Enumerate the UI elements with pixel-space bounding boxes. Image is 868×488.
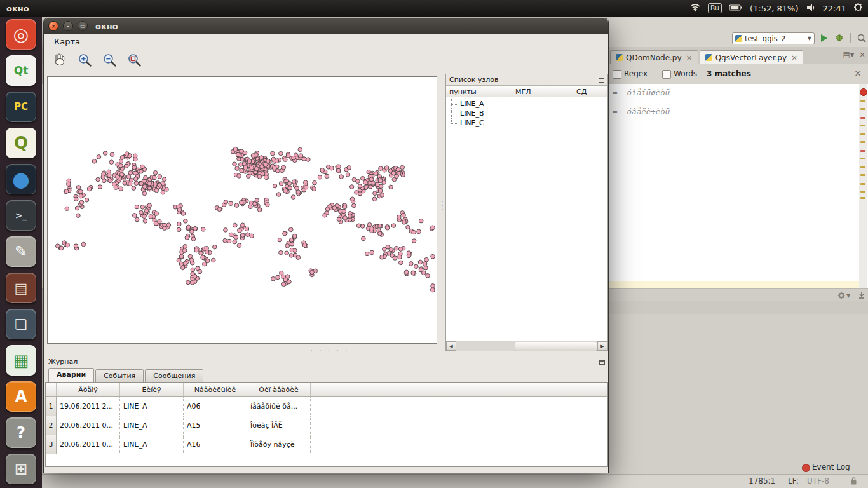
float-icon[interactable] — [599, 78, 604, 83]
run-button[interactable] — [821, 34, 827, 42]
nodes-column-header-1[interactable]: пункты — [446, 86, 512, 98]
regex-label[interactable]: Regex — [624, 69, 648, 78]
run-configuration-select[interactable]: test_qgis_2 ▼ — [732, 32, 815, 44]
launcher-item-pycharm[interactable]: PC — [6, 92, 36, 122]
close-button[interactable]: × — [48, 21, 58, 31]
launcher-item-blue-app[interactable]: ● — [6, 164, 36, 194]
editor-tab-2[interactable]: QgsVectorLayer.py× — [700, 50, 804, 64]
lint-mark[interactable] — [860, 150, 865, 152]
launcher-item-file-cabinet[interactable]: ▤ — [6, 273, 36, 303]
tabbar-close-icon[interactable]: × — [859, 50, 865, 59]
log-row[interactable]: 220.06.2011 0...LINE_AA15Îòêàç ÌÃË — [46, 416, 607, 435]
lint-mark[interactable] — [860, 117, 865, 119]
lint-mark[interactable] — [860, 133, 865, 135]
log-column-header-4[interactable]: Òèï àâàðèè — [247, 383, 311, 396]
map-canvas[interactable] — [47, 76, 437, 344]
launcher-item-libreoffice[interactable]: A — [6, 381, 36, 412]
lint-mark[interactable] — [860, 183, 865, 185]
nodes-column-header-2[interactable]: МГЛ — [512, 86, 573, 98]
log-header-corner[interactable] — [46, 383, 57, 396]
battery-status[interactable]: (1:52, 81%) — [750, 4, 799, 13]
launcher-item-text-editor[interactable]: ✎ — [6, 236, 36, 267]
line-separator[interactable]: LF: — [788, 477, 799, 485]
map-point — [147, 181, 152, 186]
launcher-item-terminal[interactable]: >_ — [6, 200, 36, 231]
pan-icon[interactable] — [51, 51, 68, 68]
editor-tab-1[interactable]: QDomNode.py× — [610, 50, 698, 64]
caret-position[interactable]: 1785:1 — [749, 477, 775, 485]
network-icon[interactable] — [689, 3, 701, 14]
log-tab-2[interactable]: События — [95, 369, 144, 382]
zoom-extent-icon[interactable] — [126, 51, 142, 68]
keyboard-indicator[interactable]: Ru — [708, 3, 722, 13]
scroll-left-icon[interactable]: ◀ — [446, 341, 456, 351]
lint-mark[interactable] — [860, 174, 865, 176]
launcher-item-help[interactable]: ? — [6, 417, 36, 448]
window-titlebar[interactable]: × – ▭ окно — [44, 18, 608, 34]
volume-icon[interactable] — [806, 3, 816, 14]
tab-list-icon[interactable]: ▤▾ — [843, 50, 854, 59]
log-row[interactable]: 320.06.2011 0...LINE_AA16Ïîòåðÿ ñâÿçè — [46, 435, 607, 454]
maximize-button[interactable]: ▭ — [78, 21, 88, 31]
map-point — [79, 189, 83, 194]
lint-mark[interactable] — [860, 108, 865, 110]
tree-item-line_a[interactable]: LINE_A — [446, 99, 607, 109]
lint-mark[interactable] — [860, 166, 865, 168]
session-icon[interactable] — [853, 3, 863, 14]
launcher-item-documents[interactable]: ❏ — [6, 309, 36, 339]
scroll-right-icon[interactable]: ▶ — [597, 341, 607, 351]
log-tab-1[interactable]: Аварии — [48, 368, 94, 382]
gear-icon[interactable] — [837, 292, 845, 299]
battery-icon[interactable] — [729, 4, 743, 13]
minimize-button[interactable]: – — [63, 21, 73, 31]
lint-mark[interactable] — [860, 125, 865, 126]
debug-button[interactable] — [835, 34, 844, 44]
dock-down-icon[interactable] — [858, 291, 865, 301]
map-point — [183, 261, 187, 266]
lint-mark[interactable] — [860, 141, 865, 143]
map-point — [193, 227, 198, 231]
launcher-item-ubuntu-dash[interactable]: ◎ — [6, 19, 36, 50]
file-encoding[interactable]: UTF-8 — [807, 477, 829, 485]
lock-icon[interactable] — [850, 477, 857, 487]
search-close-icon[interactable]: × — [854, 68, 862, 78]
zoom-out-icon[interactable] — [101, 51, 118, 68]
nodes-column-header-3[interactable]: СД — [573, 86, 607, 98]
regex-checkbox[interactable] — [613, 70, 621, 79]
lint-mark[interactable] — [860, 197, 865, 199]
words-label[interactable]: Words — [674, 69, 697, 78]
log-column-header-2[interactable]: Ëèíèÿ — [120, 383, 184, 396]
clock[interactable]: 22:41 — [823, 4, 846, 13]
launcher-item-spreadsheet[interactable]: ▦ — [6, 345, 36, 376]
words-checkbox[interactable] — [662, 70, 671, 79]
nodes-hscrollbar[interactable]: ◀ ▶ — [446, 341, 607, 351]
map-point — [240, 168, 244, 173]
zoom-in-icon[interactable] — [76, 51, 93, 68]
menu-karta[interactable]: Карта — [49, 36, 85, 48]
map-point — [237, 243, 241, 248]
row-number: 1 — [46, 397, 57, 416]
launcher-item-qt-creator[interactable]: Qt — [6, 55, 36, 86]
float-icon[interactable] — [599, 360, 605, 365]
search-everywhere-icon[interactable] — [857, 33, 867, 45]
map-point — [395, 246, 399, 250]
log-column-header-1[interactable]: Âðåìÿ — [57, 383, 120, 396]
log-row[interactable]: 119.06.2011 2...LINE_AA06íåâåðíûé ðå... — [46, 397, 607, 416]
launcher-item-workspaces[interactable]: ⊞ — [6, 454, 36, 484]
launcher-item-qgis[interactable]: Q — [6, 128, 36, 158]
horizontal-splitter-handle[interactable]: · · · · · — [304, 347, 355, 356]
tab-close-icon[interactable]: × — [686, 53, 693, 62]
scrollbar-thumb[interactable] — [515, 342, 597, 351]
lint-mark[interactable] — [860, 191, 865, 193]
tree-item-line_c[interactable]: LINE_C — [446, 118, 607, 128]
tree-item-line_b[interactable]: LINE_B — [446, 109, 607, 118]
tab-close-icon[interactable]: × — [791, 53, 797, 62]
event-log-label[interactable]: Event Log — [812, 463, 850, 471]
gear-dropdown-icon[interactable]: ▼ — [846, 293, 850, 299]
log-tab-3[interactable]: Сообщения — [145, 369, 203, 382]
map-point — [65, 207, 69, 211]
lint-mark[interactable] — [860, 100, 865, 102]
lint-mark[interactable] — [860, 158, 865, 159]
log-column-header-3[interactable]: Ñâåòèëüíèê — [184, 383, 247, 396]
vertical-splitter-handle[interactable]: ···· — [440, 196, 445, 234]
